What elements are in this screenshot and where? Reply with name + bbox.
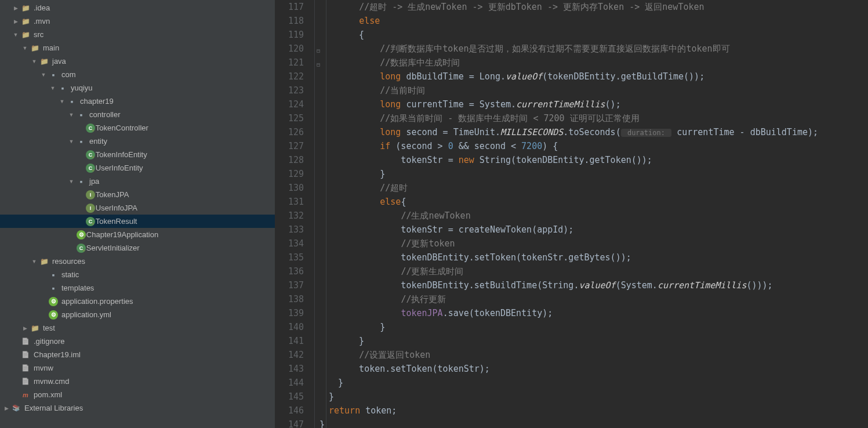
tree-item-label: TokenJPA — [96, 190, 129, 199]
tree-item-tokenresult[interactable]: ●TokenResult — [0, 215, 275, 228]
tree-arrow-icon[interactable] — [31, 59, 37, 64]
tree-item-external-libraries[interactable]: External Libraries — [0, 401, 275, 415]
tree-item-pom-xml[interactable]: pom.xml — [0, 388, 275, 401]
tree-item-userinfojpa[interactable]: ●UserInfoJPA — [0, 201, 275, 215]
code-line[interactable]: //如果当前时间 - 数据库中生成时间 < 7200 证明可以正常使用 — [338, 111, 818, 125]
code-token: long — [380, 127, 406, 137]
code-line[interactable]: //判断数据库中token是否过期，如果没有过期不需要更新直接返回数据库中的to… — [338, 42, 818, 56]
code-token: //生成newToken — [401, 211, 470, 221]
tree-item--mvn[interactable]: .mvn — [0, 14, 275, 28]
code-line[interactable]: } — [338, 334, 818, 348]
tree-arrow-icon[interactable] — [50, 85, 56, 91]
code-line[interactable]: else{ — [338, 195, 818, 209]
code-line[interactable]: long second = TimeUnit.MILLISECONDS.toSe… — [338, 125, 818, 139]
code-token: valueOf — [506, 71, 542, 82]
tree-item-servletinitializer[interactable]: ●ServletInitializer — [0, 241, 275, 255]
tree-item-mvnw[interactable]: mvnw — [0, 361, 275, 375]
code-line[interactable]: } — [338, 320, 818, 334]
code-line[interactable]: //超时 — [338, 181, 818, 195]
code-line[interactable]: long dbBuildTime = Long.valueOf(tokenDBE… — [338, 70, 818, 84]
code-line[interactable]: tokenStr = new String(tokenDBEntity.getT… — [338, 153, 818, 167]
tree-item-tokencontroller[interactable]: ●TokenController — [0, 121, 275, 135]
tree-item-java[interactable]: java — [0, 55, 275, 68]
code-line[interactable]: token.setToken(tokenStr); — [338, 362, 818, 376]
fold-column[interactable]: ⊟⊟ — [315, 0, 326, 428]
tree-item-controller[interactable]: controller — [0, 108, 275, 121]
code-line[interactable]: //更新生成时间 — [338, 264, 818, 278]
code-line[interactable]: } — [319, 418, 818, 428]
tree-item-mvnw-cmd[interactable]: mvnw.cmd — [0, 375, 275, 388]
code-line[interactable]: } — [338, 167, 818, 181]
code-line[interactable]: { — [338, 28, 818, 42]
code-line[interactable]: tokenDBEntity.setBuildTime(String.valueO… — [338, 278, 818, 292]
tree-arrow-icon[interactable] — [68, 139, 74, 144]
tree-arrow-icon[interactable] — [22, 325, 28, 331]
tree-item-static[interactable]: static — [0, 268, 275, 281]
tree-item--gitignore[interactable]: .gitignore — [0, 335, 275, 348]
code-editor[interactable]: 1171181191201211221231241251261271281291… — [275, 0, 868, 428]
code-line[interactable]: //生成newToken — [338, 209, 818, 223]
tree-item-chapter19-iml[interactable]: Chapter19.iml — [0, 348, 275, 361]
code-line[interactable]: return token; — [329, 404, 818, 418]
code-line[interactable]: if (second > 0 && second < 7200) { — [338, 139, 818, 153]
tree-arrow-icon[interactable] — [68, 179, 74, 184]
tree-item-chapter19application[interactable]: ●Chapter19Application — [0, 228, 275, 241]
tree-item-test[interactable]: test — [0, 321, 275, 335]
tree-item-src[interactable]: src — [0, 28, 275, 41]
tree-item-userinfoentity[interactable]: ●UserInfoEntity — [0, 161, 275, 175]
tree-arrow-icon[interactable] — [22, 45, 28, 51]
project-tree[interactable]: .idea.mvnsrcmainjavacomyuqiyuchapter19co… — [0, 0, 275, 428]
tree-arrow-icon[interactable] — [59, 99, 65, 104]
code-token: duration: — [621, 129, 671, 137]
line-number: 121 — [275, 56, 304, 70]
tree-arrow-icon[interactable] — [41, 72, 46, 78]
tree-arrow-icon[interactable] — [31, 259, 37, 264]
tree-item-application-yml[interactable]: application.yml — [0, 308, 275, 321]
tree-arrow-icon[interactable] — [13, 32, 19, 38]
tree-item-label: chapter19 — [80, 97, 114, 106]
code-line[interactable]: //当前时间 — [338, 84, 818, 97]
code-line[interactable]: //数据库中生成时间 — [338, 56, 818, 70]
tree-item-templates[interactable]: templates — [0, 281, 275, 295]
code-area[interactable]: //超时 -> 生成newToken -> 更新dbToken -> 更新内存T… — [326, 0, 818, 428]
tree-item--idea[interactable]: .idea — [0, 1, 275, 14]
code-line[interactable]: tokenStr = createNewToken(appId); — [338, 223, 818, 237]
tree-item-label: static — [61, 270, 79, 279]
tree-arrow-icon[interactable] — [13, 19, 19, 24]
tree-item-application-properties[interactable]: application.properties — [0, 295, 275, 308]
code-line[interactable]: tokenJPA.save(tokenDBEntity); — [338, 306, 818, 320]
tree-item-tokeninfoentity[interactable]: ●TokenInfoEntity — [0, 148, 275, 161]
tree-item-entity[interactable]: entity — [0, 135, 275, 148]
tree-arrow-icon[interactable] — [68, 112, 74, 118]
tree-arrow-icon[interactable] — [3, 405, 9, 411]
tree-item-label: UserInfoJPA — [96, 204, 137, 212]
fold-marker-icon[interactable]: ⊟ — [317, 44, 320, 58]
code-token — [338, 113, 380, 124]
file-icon — [21, 337, 30, 346]
code-line[interactable]: tokenDBEntity.setToken(tokenStr.getBytes… — [338, 251, 818, 264]
code-line[interactable]: } — [338, 376, 818, 390]
lib-icon — [12, 404, 21, 413]
tree-item-yuqiyu[interactable]: yuqiyu — [0, 81, 275, 95]
code-line[interactable]: //设置返回token — [338, 348, 818, 362]
line-number: 138 — [275, 292, 304, 306]
code-line[interactable]: //更新token — [338, 237, 818, 251]
tree-arrow-icon[interactable] — [13, 5, 19, 11]
line-number: 118 — [275, 14, 304, 28]
code-token: 7200 — [521, 141, 542, 151]
tree-item-tokenjpa[interactable]: ●TokenJPA — [0, 188, 275, 201]
code-token: //判断数据库中token是否过期，如果没有过期不需要更新直接返回数据库中的to… — [380, 43, 729, 54]
fold-marker-icon[interactable]: ⊟ — [317, 58, 320, 72]
code-line[interactable]: else — [338, 14, 818, 28]
tree-item-com[interactable]: com — [0, 68, 275, 81]
tree-item-resources[interactable]: resources — [0, 255, 275, 268]
tree-item-jpa[interactable]: jpa — [0, 175, 275, 188]
tree-item-main[interactable]: main — [0, 41, 275, 55]
code-line[interactable]: long currentTime = System.currentTimeMil… — [338, 97, 818, 111]
code-line[interactable]: //执行更新 — [338, 292, 818, 306]
code-line[interactable]: //超时 -> 生成newToken -> 更新dbToken -> 更新内存T… — [338, 0, 818, 14]
code-token — [338, 294, 401, 304]
code-line[interactable]: } — [329, 390, 818, 404]
tree-item-chapter19[interactable]: chapter19 — [0, 95, 275, 108]
code-token: MILLISECONDS — [500, 127, 563, 137]
